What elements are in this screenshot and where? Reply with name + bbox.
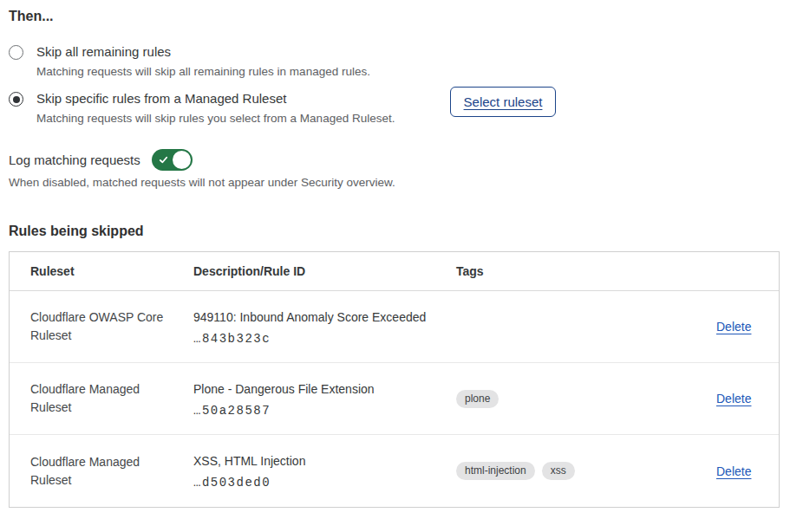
radio-unselected-icon[interactable]: [9, 45, 23, 60]
rule-id: …843b323c: [193, 332, 456, 346]
rule-description: 949110: Inbound Anomaly Score Exceeded: [193, 308, 456, 326]
radio-option-description: Matching requests will skip all remainin…: [36, 64, 370, 79]
tag-badge: plone: [456, 390, 499, 408]
table-header-row: Ruleset Description/Rule ID Tags: [10, 252, 779, 291]
then-heading: Then...: [9, 9, 54, 24]
actions-cell: Delete: [716, 391, 780, 406]
log-matching-requests-row: Log matching requests: [9, 149, 193, 171]
log-toggle[interactable]: [152, 149, 193, 171]
ruleset-name: Cloudflare OWASP Core Ruleset: [10, 308, 193, 345]
rule-id: …50a28587: [193, 404, 456, 418]
log-toggle-label: Log matching requests: [9, 152, 140, 167]
tags-cell: html-injection xss: [456, 462, 716, 480]
rule-id: …d503ded0: [193, 476, 456, 490]
radio-selected-icon[interactable]: [9, 92, 23, 107]
tags-cell: plone: [456, 390, 716, 408]
rules-table: Ruleset Description/Rule ID Tags Cloudfl…: [9, 251, 780, 508]
rules-being-skipped-heading: Rules being skipped: [9, 224, 144, 239]
actions-cell: Delete: [716, 319, 780, 334]
tag-badge: html-injection: [456, 462, 535, 480]
rule-description-cell: Plone - Dangerous File Extension …50a285…: [193, 380, 456, 418]
rule-description: XSS, HTML Injection: [193, 452, 456, 470]
radio-option-label: Skip specific rules from a Managed Rules…: [36, 90, 395, 107]
delete-link[interactable]: Delete: [716, 392, 751, 405]
radio-option-skip-all[interactable]: Skip all remaining rules Matching reques…: [9, 43, 370, 79]
col-header-description: Description/Rule ID: [193, 264, 456, 278]
radio-option-skip-specific[interactable]: Skip specific rules from a Managed Rules…: [9, 90, 395, 126]
delete-link[interactable]: Delete: [716, 464, 751, 478]
col-header-ruleset: Ruleset: [10, 264, 193, 278]
rule-description-cell: 949110: Inbound Anomaly Score Exceeded ……: [193, 308, 456, 346]
radio-option-label: Skip all remaining rules: [36, 43, 370, 61]
radio-option-description: Matching requests will skip rules you se…: [36, 111, 395, 126]
rule-description-cell: XSS, HTML Injection …d503ded0: [193, 452, 456, 490]
select-ruleset-button[interactable]: Select ruleset: [450, 87, 556, 117]
table-row: Cloudflare OWASP Core Ruleset 949110: In…: [10, 291, 779, 363]
table-row: Cloudflare Managed Ruleset Plone - Dange…: [10, 363, 779, 435]
check-icon: [159, 155, 168, 165]
actions-cell: Delete: [716, 464, 780, 479]
tag-badge: xss: [542, 462, 575, 480]
delete-link[interactable]: Delete: [716, 320, 751, 334]
radio-dot: [13, 96, 20, 103]
table-row: Cloudflare Managed Ruleset XSS, HTML Inj…: [10, 435, 779, 507]
select-ruleset-button-label: Select ruleset: [464, 94, 543, 109]
ruleset-name: Cloudflare Managed Ruleset: [10, 380, 193, 417]
rule-description: Plone - Dangerous File Extension: [193, 380, 456, 398]
toggle-knob: [173, 151, 191, 169]
log-toggle-description: When disabled, matched requests will not…: [9, 176, 395, 189]
col-header-tags: Tags: [456, 264, 716, 278]
ruleset-name: Cloudflare Managed Ruleset: [10, 453, 193, 490]
